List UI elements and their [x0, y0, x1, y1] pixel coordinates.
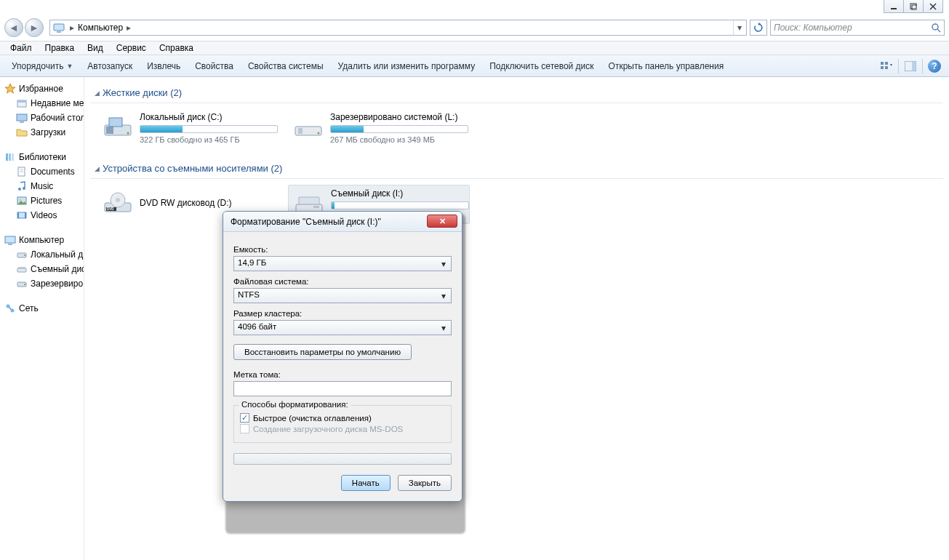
cmd-open-control-panel[interactable]: Открыть панель управления	[601, 59, 732, 73]
recent-icon	[16, 97, 28, 109]
svg-point-52	[116, 198, 120, 202]
menu-view[interactable]: Вид	[81, 41, 109, 55]
nav-libraries-header[interactable]: Библиотеки	[0, 150, 84, 164]
videos-icon	[16, 209, 28, 221]
svg-rect-33	[8, 244, 12, 245]
nav-pictures[interactable]: Pictures	[0, 193, 84, 208]
svg-rect-46	[109, 118, 122, 127]
nav-favorites-header[interactable]: Избранное	[0, 81, 84, 96]
svg-rect-17	[17, 114, 27, 121]
close-window-button[interactable]	[923, 0, 943, 13]
maximize-button[interactable]	[903, 0, 924, 13]
drive-capacity-bar	[330, 125, 468, 133]
svg-point-35	[24, 255, 25, 256]
address-history-dropdown[interactable]: ▾	[733, 20, 745, 35]
drive-capacity-bar	[331, 201, 469, 209]
dialog-titlebar[interactable]: Форматирование "Съемный диск (I:)" ✕	[223, 212, 462, 232]
content-area: ◢Жесткие диски (2) Локальный диск (C:) 3…	[84, 77, 949, 560]
minimize-button[interactable]	[884, 0, 904, 13]
menu-service[interactable]: Сервис	[111, 41, 152, 55]
search-input[interactable]: Поиск: Компьютер	[770, 20, 945, 36]
dialog-close-button[interactable]: ✕	[427, 215, 457, 228]
svg-rect-12	[885, 66, 888, 69]
menu-bar: Файл Правка Вид Сервис Справка	[0, 41, 949, 55]
dialog-title: Форматирование "Съемный диск (I:)"	[231, 217, 381, 227]
refresh-button[interactable]	[750, 20, 767, 36]
svg-rect-30	[17, 212, 19, 218]
cmd-autorun[interactable]: Автозапуск	[80, 59, 140, 73]
breadcrumb-arrow-icon[interactable]: ▸	[124, 23, 133, 33]
menu-edit[interactable]: Правка	[39, 41, 81, 55]
help-button[interactable]: ?	[926, 58, 943, 74]
preview-pane-button[interactable]	[902, 58, 919, 74]
section-removable[interactable]: ◢Устройства со съемными носителями (2)	[90, 160, 943, 178]
menu-help[interactable]: Справка	[153, 41, 199, 55]
svg-rect-1	[910, 4, 916, 9]
cluster-select[interactable]: 4096 байт▾	[233, 320, 452, 335]
music-icon	[16, 180, 28, 192]
capacity-select[interactable]: 14,9 ГБ▾	[233, 256, 452, 271]
cmd-eject[interactable]: Извлечь	[140, 59, 188, 73]
svg-point-7	[932, 24, 938, 30]
svg-point-39	[24, 284, 25, 285]
drive-name: Зарезервировано системой (L:)	[330, 112, 468, 122]
svg-rect-11	[881, 66, 884, 69]
nav-documents[interactable]: Documents	[0, 164, 84, 179]
format-options-group: Способы форматирования: ✓ Быстрое (очист…	[233, 405, 452, 443]
drive-tile-l[interactable]: Зарезервировано системой (L:) 267 МБ сво…	[288, 109, 470, 147]
cmd-uninstall-program[interactable]: Удалить или изменить программу	[331, 59, 483, 73]
nav-recent[interactable]: Недавние места	[0, 96, 84, 111]
nav-computer-header[interactable]: Компьютер	[0, 233, 84, 247]
restore-defaults-button[interactable]: Восстановить параметры по умолчанию	[233, 344, 412, 360]
chevron-down-icon: ▾	[438, 290, 449, 301]
breadcrumb-computer[interactable]: Компьютер	[76, 23, 124, 33]
drive-freespace: 322 ГБ свободно из 465 ГБ	[140, 135, 278, 144]
close-button[interactable]: Закрыть	[398, 475, 452, 491]
change-view-button[interactable]	[878, 58, 895, 74]
drive-name: Съемный диск (I:)	[331, 188, 469, 199]
format-options-label: Способы форматирования:	[239, 400, 351, 409]
dvd-drive-icon: DVD	[102, 190, 134, 219]
navigation-pane: Избранное Недавние места Рабочий стол За…	[0, 77, 84, 560]
start-button[interactable]: Начать	[341, 475, 391, 491]
address-bar[interactable]: ▸ Компьютер ▸ ▾	[49, 20, 747, 36]
volume-label-label: Метка тома:	[233, 370, 452, 379]
cmd-organize[interactable]: Упорядочить▼	[4, 59, 80, 73]
svg-rect-16	[17, 100, 26, 103]
checkbox-unchecked-icon	[240, 424, 249, 433]
section-hard-drives[interactable]: ◢Жесткие диски (2)	[90, 84, 943, 103]
capacity-label: Емкость:	[233, 245, 452, 254]
hdd-icon	[102, 113, 134, 143]
cmd-map-network-drive[interactable]: Подключить сетевой диск	[482, 59, 601, 73]
svg-rect-44	[106, 127, 113, 134]
hdd-icon	[16, 278, 28, 289]
nav-desktop[interactable]: Рабочий стол	[0, 111, 84, 125]
filesystem-select[interactable]: NTFS▾	[233, 288, 452, 303]
nav-forward-button[interactable]: ►	[25, 18, 44, 37]
cmd-system-properties[interactable]: Свойства системы	[241, 59, 331, 73]
nav-videos[interactable]: Videos	[0, 208, 84, 223]
menu-file[interactable]: Файл	[4, 41, 38, 55]
drive-capacity-bar	[140, 125, 278, 133]
nav-music[interactable]: Music	[0, 179, 84, 193]
chevron-down-icon: ▾	[438, 322, 449, 333]
quick-format-checkbox[interactable]: ✓ Быстрое (очистка оглавления)	[240, 413, 445, 423]
nav-network-header[interactable]: Сеть	[0, 301, 84, 316]
hdd-icon	[292, 113, 324, 143]
nav-local-disk-c[interactable]: Локальный диск (C:)	[0, 247, 84, 262]
nav-downloads[interactable]: Загрузки	[0, 125, 84, 140]
svg-line-42	[9, 308, 12, 310]
nav-reserved-l[interactable]: Зарезервировано системой (L:)	[0, 276, 84, 291]
nav-back-button[interactable]: ◄	[4, 18, 23, 37]
drive-tile-c[interactable]: Локальный диск (C:) 322 ГБ свободно из 4…	[97, 109, 279, 147]
command-bar: Упорядочить▼ Автозапуск Извлечь Свойства…	[0, 55, 949, 77]
drive-name: DVD RW дисковод (D:)	[140, 198, 275, 208]
cmd-properties[interactable]: Свойства	[188, 59, 241, 73]
removable-icon	[16, 263, 28, 275]
nav-removable-disk-i[interactable]: Съемный диск (I:)	[0, 262, 84, 276]
volume-label-input[interactable]	[233, 381, 452, 396]
svg-rect-10	[885, 62, 888, 65]
svg-point-28	[20, 199, 22, 201]
svg-rect-57	[313, 206, 319, 208]
documents-icon	[16, 166, 28, 177]
